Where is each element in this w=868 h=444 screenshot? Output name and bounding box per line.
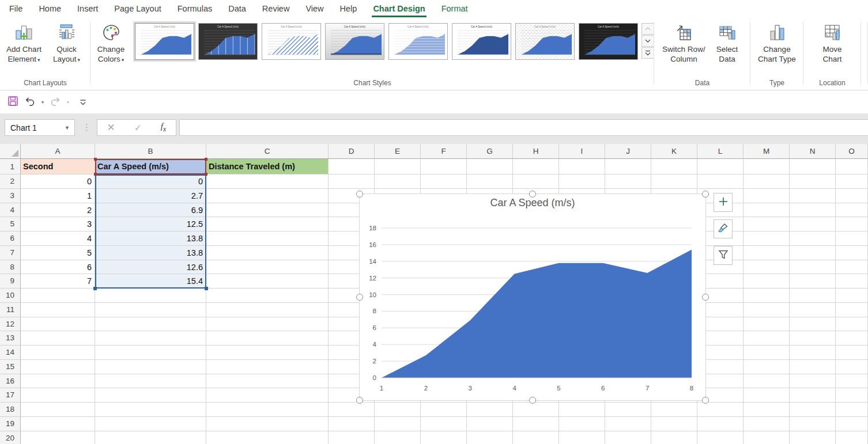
- quick-layout-button[interactable]: Quick Layout▾: [46, 21, 88, 65]
- chart-style-thumb-2[interactable]: Car A Speed (m/s): [198, 23, 258, 60]
- col-header-F[interactable]: F: [421, 144, 467, 159]
- cell-C5[interactable]: [206, 217, 329, 232]
- row-header-13[interactable]: 13: [0, 331, 21, 346]
- row-header-3[interactable]: 3: [0, 189, 21, 203]
- row-header-12[interactable]: 12: [0, 317, 21, 332]
- row-header-15[interactable]: 15: [0, 360, 21, 374]
- cell-B15[interactable]: [95, 360, 206, 374]
- cell-A16[interactable]: [21, 374, 95, 389]
- redo-button[interactable]: [48, 95, 63, 110]
- cell-D1[interactable]: [329, 159, 375, 174]
- cell-J1[interactable]: [605, 159, 651, 174]
- col-header-K[interactable]: K: [651, 144, 697, 159]
- cell-A12[interactable]: [21, 317, 95, 332]
- col-header-L[interactable]: L: [697, 144, 744, 159]
- chart-resize-handle[interactable]: [356, 191, 363, 198]
- col-header-A[interactable]: A: [21, 144, 95, 159]
- cell-B13[interactable]: [95, 331, 206, 346]
- cell-M12[interactable]: [744, 317, 790, 332]
- chart-style-thumb-8[interactable]: Car A Speed (m/s): [579, 23, 638, 60]
- cell-N5[interactable]: [790, 217, 836, 232]
- cell-E19[interactable]: [375, 417, 421, 431]
- cell-N8[interactable]: [790, 260, 836, 275]
- cell-I1[interactable]: [559, 159, 605, 174]
- cell-N9[interactable]: [790, 274, 836, 289]
- cell-A7[interactable]: 5: [21, 246, 95, 260]
- row-header-10[interactable]: 10: [0, 289, 21, 303]
- cell-O13[interactable]: [836, 331, 868, 346]
- switch-row-column-button[interactable]: Switch Row/ Column: [661, 21, 708, 64]
- cell-O15[interactable]: [836, 360, 868, 374]
- range-handle[interactable]: [94, 173, 97, 176]
- row-header-8[interactable]: 8: [0, 260, 21, 275]
- cell-O1[interactable]: [836, 159, 868, 174]
- enter-button[interactable]: ✓: [134, 123, 142, 133]
- row-header-16[interactable]: 16: [0, 374, 21, 389]
- col-header-E[interactable]: E: [375, 144, 421, 159]
- change-colors-button[interactable]: Change Colors▾: [93, 21, 129, 65]
- chart-style-thumb-1[interactable]: Car A Speed (m/s): [135, 23, 194, 60]
- range-handle[interactable]: [93, 287, 97, 290]
- cell-C19[interactable]: [206, 417, 329, 431]
- col-header-H[interactable]: H: [513, 144, 559, 159]
- cell-C3[interactable]: [206, 189, 329, 203]
- save-button[interactable]: [6, 95, 20, 110]
- cell-O5[interactable]: [836, 217, 868, 232]
- cell-N18[interactable]: [790, 403, 836, 417]
- range-handle[interactable]: [94, 158, 97, 161]
- cell-I19[interactable]: [559, 417, 605, 431]
- cell-D18[interactable]: [329, 403, 375, 417]
- cell-I20[interactable]: [559, 431, 605, 444]
- cell-O4[interactable]: [836, 203, 868, 218]
- cell-E20[interactable]: [375, 431, 421, 444]
- cell-N2[interactable]: [790, 174, 836, 189]
- cell-L1[interactable]: [697, 159, 744, 174]
- cell-C9[interactable]: [206, 274, 329, 289]
- cell-C16[interactable]: [206, 374, 329, 389]
- cell-G19[interactable]: [467, 417, 513, 431]
- cell-I2[interactable]: [559, 174, 605, 189]
- cell-B20[interactable]: [95, 431, 206, 444]
- tab-data[interactable]: Data: [220, 0, 254, 17]
- cell-J2[interactable]: [605, 174, 651, 189]
- chart-elements-button[interactable]: [714, 193, 733, 212]
- redo-dropdown[interactable]: ▾: [65, 100, 71, 105]
- undo-button[interactable]: [22, 95, 37, 110]
- cell-A17[interactable]: [21, 388, 95, 403]
- cell-C7[interactable]: [206, 246, 329, 260]
- cell-L19[interactable]: [697, 417, 744, 431]
- col-header-D[interactable]: D: [329, 144, 375, 159]
- row-header-6[interactable]: 6: [0, 232, 21, 246]
- cell-N13[interactable]: [790, 331, 836, 346]
- cell-A15[interactable]: [21, 360, 95, 374]
- cell-B19[interactable]: [95, 417, 206, 431]
- cell-M13[interactable]: [744, 331, 790, 346]
- cell-B11[interactable]: [95, 303, 206, 317]
- cell-M19[interactable]: [744, 417, 790, 431]
- tab-home[interactable]: Home: [31, 0, 69, 17]
- cell-A10[interactable]: [21, 289, 95, 303]
- cell-K20[interactable]: [651, 431, 697, 444]
- cell-A4[interactable]: 2: [21, 203, 95, 218]
- cell-L18[interactable]: [697, 403, 744, 417]
- cell-O20[interactable]: [836, 431, 868, 444]
- cell-O3[interactable]: [836, 189, 868, 203]
- cell-M14[interactable]: [744, 346, 790, 360]
- cell-A2[interactable]: 0: [21, 174, 95, 189]
- chart-resize-handle[interactable]: [529, 397, 536, 404]
- tab-page-layout[interactable]: Page Layout: [106, 0, 169, 17]
- cell-M17[interactable]: [744, 388, 790, 403]
- cell-M5[interactable]: [744, 217, 790, 232]
- cell-A6[interactable]: 4: [21, 232, 95, 246]
- cell-L2[interactable]: [697, 174, 744, 189]
- chart-resize-handle[interactable]: [529, 191, 536, 198]
- col-header-N[interactable]: N: [790, 144, 836, 159]
- row-header-1[interactable]: 1: [0, 159, 21, 174]
- row-header-14[interactable]: 14: [0, 346, 21, 360]
- cell-C15[interactable]: [206, 360, 329, 374]
- cell-N19[interactable]: [790, 417, 836, 431]
- cell-O10[interactable]: [836, 289, 868, 303]
- cell-N6[interactable]: [790, 232, 836, 246]
- cell-O12[interactable]: [836, 317, 868, 332]
- embedded-chart[interactable]: Car A Speed (m/s) 0246810121416181234567…: [359, 193, 706, 401]
